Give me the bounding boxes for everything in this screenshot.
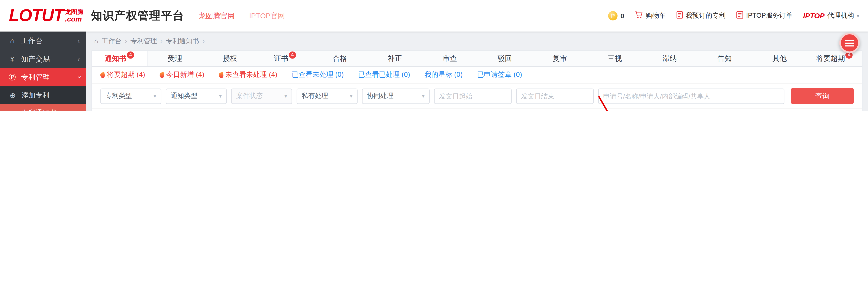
tab-badge: 4 — [289, 51, 296, 58]
sidebar-item-patent-mgmt[interactable]: Ⓟ 专利管理 ‹ — [0, 68, 86, 86]
breadcrumb-workbench[interactable]: 工作台 — [101, 36, 122, 45]
points-indicator[interactable]: P 0 — [608, 11, 624, 21]
iptop-orders-button[interactable]: IPTOP服务订单 — [736, 11, 793, 21]
document-icon — [676, 11, 683, 21]
app-root: LOTUT 龙图腾 .com 知识产权管理平台 龙图腾官网 IPTOP官网 P … — [0, 0, 868, 111]
patent-type-select[interactable]: 专利类型▾ — [100, 88, 161, 104]
lotut-logo[interactable]: LOTUT 龙图腾 .com — [9, 8, 83, 23]
case-status-select[interactable]: 案件状态▾ — [231, 88, 292, 104]
tab-rejection[interactable]: 驳回 — [477, 51, 532, 66]
orders-label: IPTOP服务订单 — [746, 11, 793, 21]
breadcrumb-separator: › — [125, 37, 127, 45]
header-right: P 0 购物车 我预订的专利 IPTOP服务订单 IPTOP 代理机构 ▾ — [608, 11, 859, 21]
tab-acceptance[interactable]: 受理 — [148, 51, 203, 66]
chevron-down-icon: ‹ — [74, 76, 83, 78]
cart-icon — [635, 11, 643, 21]
flame-icon — [159, 72, 164, 78]
tab-correction[interactable]: 补正 — [367, 51, 423, 66]
flame-icon — [100, 72, 105, 78]
tab-three-view[interactable]: 三视 — [587, 51, 642, 66]
order-list-icon — [736, 11, 743, 21]
chevron-down-icon: ▾ — [154, 93, 156, 99]
collab-handle-select[interactable]: 协同处理▾ — [362, 88, 430, 104]
filter-bar: 专利类型▾ 通知类型▾ 案件状态▾ 私有处理▾ 协同处理▾ 查询 — [92, 84, 862, 109]
account-label: 代理机构 — [827, 11, 854, 21]
add-circle-icon: ⊕ — [8, 91, 17, 99]
filter-seal-applied[interactable]: 已申请签章 (0) — [477, 70, 522, 80]
filter-starred[interactable]: 我的星标 (0) — [425, 70, 463, 80]
top-bar: LOTUT 龙图腾 .com 知识产权管理平台 龙图腾官网 IPTOP官网 P … — [0, 0, 868, 32]
notice-tabs: 通知书4 受理 授权 证书4 合格 补正 审查 驳回 复审 三视 滞纳 告知 其… — [92, 51, 862, 67]
home-icon: ⌂ — [8, 37, 17, 45]
notice-type-select[interactable]: 通知类型▾ — [166, 88, 227, 104]
coin-icon: P — [608, 11, 618, 21]
date-end-input[interactable] — [516, 88, 594, 104]
cart-button[interactable]: 购物车 — [635, 11, 666, 21]
tab-grant[interactable]: 授权 — [203, 51, 257, 66]
quick-filters: 将要超期 (4) 今日新增 (4) 未查看未处理 (4) 已查看未处理 (0) … — [92, 67, 862, 84]
date-start-input[interactable] — [434, 88, 512, 104]
chevron-down-icon: ▾ — [857, 13, 859, 19]
tab-expiring[interactable]: 将要超期4 — [807, 51, 862, 66]
link-iptop-site[interactable]: IPTOP官网 — [249, 11, 285, 21]
logo-cn: 龙图腾 — [65, 9, 83, 15]
filter-expiring[interactable]: 将要超期 (4) — [100, 70, 145, 80]
sidebar-item-add-patent[interactable]: ⊕ 添加专利 — [0, 86, 86, 104]
notice-panel: 通知书4 受理 授权 证书4 合格 补正 审查 驳回 复审 三视 滞纳 告知 其… — [91, 50, 863, 111]
sidebar-item-workbench[interactable]: ⌂ 工作台 ‹ — [0, 32, 86, 50]
breadcrumb-patent-notice[interactable]: 专利通知书 — [166, 36, 199, 45]
points-value: 0 — [620, 12, 624, 20]
hamburger-icon — [845, 42, 854, 43]
patent-submenu: ⊕ 添加专利 ▦ 专利通知书 ▤ 我的专利 ▥ 专利证书 ✎ 年费监控 ⊟ 专利… — [0, 86, 86, 111]
breadcrumb: ⌂ 工作台 › 专利管理 › 专利通知书 › — [86, 32, 868, 50]
tab-late-fee[interactable]: 滞纳 — [642, 51, 697, 66]
breadcrumb-separator: › — [160, 37, 162, 45]
filter-new-today[interactable]: 今日新增 (4) — [159, 70, 204, 80]
reserved-patents-button[interactable]: 我预订的专利 — [676, 11, 725, 21]
logo-stack: 龙图腾 .com — [65, 9, 83, 23]
sidebar: ⌂ 工作台 ‹ ¥ 知产交易 ‹ Ⓟ 专利管理 ‹ ⊕ 添加专利 ▦ 专利通知书… — [0, 32, 86, 111]
logo-brand: LOTUT — [9, 8, 64, 23]
chevron-left-icon: ‹ — [78, 55, 80, 63]
sidebar-item-ip-trade[interactable]: ¥ 知产交易 ‹ — [0, 50, 86, 68]
filter-viewed-unhandled[interactable]: 已查看未处理 (0) — [292, 70, 344, 80]
chevron-down-icon: ▾ — [284, 93, 287, 99]
keyword-search-input[interactable] — [598, 88, 784, 104]
tab-certificate[interactable]: 证书4 — [257, 51, 312, 66]
action-bar: 分享给好友 置为已查看 置为已处理 申请签章 批量备注 — [92, 109, 862, 111]
main-content: ⌂ 工作台 › 专利管理 › 专利通知书 › 通知书4 受理 授权 证书4 合格… — [86, 32, 868, 111]
sidebar-item-patent-notice[interactable]: ▦ 专利通知书 — [0, 104, 86, 111]
breadcrumb-patent-mgmt[interactable]: 专利管理 — [130, 36, 157, 45]
cart-label: 购物车 — [646, 11, 666, 21]
chevron-down-icon: ▾ — [219, 93, 222, 99]
chevron-down-icon: ▾ — [422, 93, 425, 99]
chevron-left-icon: ‹ — [78, 37, 80, 45]
logo-domain: .com — [65, 15, 83, 23]
chevron-down-icon: ▾ — [350, 93, 353, 99]
tab-other[interactable]: 其他 — [752, 51, 807, 66]
tab-examination[interactable]: 审查 — [423, 51, 477, 66]
tab-badge: 4 — [127, 51, 134, 58]
filter-viewed-handled[interactable]: 已查看已处理 (0) — [358, 70, 410, 80]
page-title: 知识产权管理平台 — [91, 8, 184, 23]
flame-icon — [218, 72, 224, 78]
iptop-logo: IPTOP — [803, 12, 825, 20]
home-icon: ⌂ — [94, 37, 98, 45]
notice-grid-icon: ▦ — [8, 109, 17, 111]
private-handle-select[interactable]: 私有处理▾ — [297, 88, 358, 104]
link-lotut-site[interactable]: 龙图腾官网 — [199, 11, 235, 21]
tab-qualified[interactable]: 合格 — [312, 51, 367, 66]
breadcrumb-separator: › — [203, 37, 205, 45]
patent-icon: Ⓟ — [8, 72, 17, 82]
search-button[interactable]: 查询 — [791, 88, 854, 104]
tab-inform[interactable]: 告知 — [697, 51, 752, 66]
filter-unviewed-unhandled[interactable]: 未查看未处理 (4) — [219, 70, 277, 80]
reserved-label: 我预订的专利 — [686, 11, 725, 21]
tab-notice[interactable]: 通知书4 — [92, 51, 148, 66]
yen-icon: ¥ — [8, 55, 17, 63]
account-menu[interactable]: IPTOP 代理机构 ▾ — [803, 11, 859, 21]
quick-menu-fab-button[interactable] — [839, 33, 860, 53]
tab-reexamination[interactable]: 复审 — [532, 51, 587, 66]
